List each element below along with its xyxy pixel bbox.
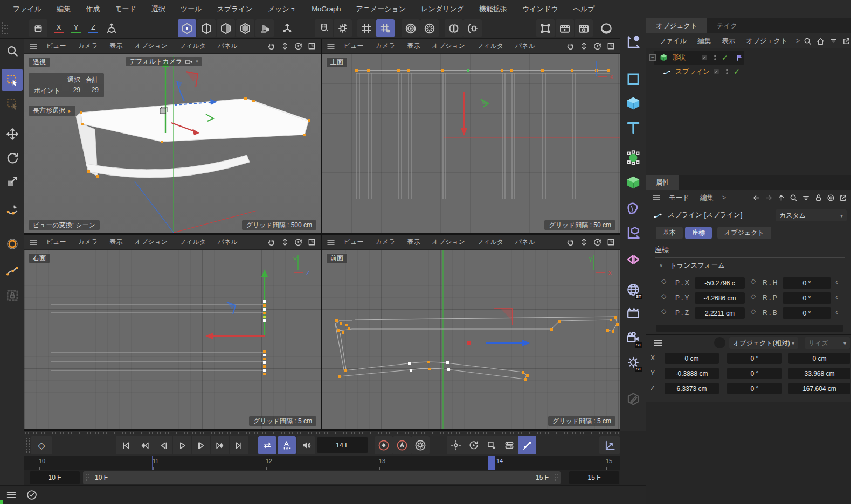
hamburger-icon[interactable]	[326, 41, 336, 51]
tab-attributes[interactable]: 属性	[646, 175, 679, 190]
vp-menu-options[interactable]: オプション	[426, 41, 471, 51]
lock-icon[interactable]	[814, 193, 823, 202]
vp-menu-view[interactable]: ビュー	[338, 41, 370, 51]
render-settings-button[interactable]	[575, 19, 593, 37]
dolly-icon[interactable]	[280, 41, 289, 51]
quantize-button[interactable]	[376, 19, 395, 37]
mode-polygons-button[interactable]	[217, 19, 235, 37]
camera-object-button[interactable]: ST	[622, 327, 644, 349]
range-grip-right[interactable]	[554, 473, 558, 482]
rp-field[interactable]: 0 °	[783, 292, 831, 304]
spline-asset-button[interactable]	[622, 31, 644, 54]
orbit-icon[interactable]	[294, 237, 303, 247]
tab-object[interactable]: オブジェクト	[717, 227, 771, 239]
vp-menu-panel[interactable]: パネル	[509, 237, 541, 247]
rectangle-selection-tool[interactable]	[2, 69, 23, 91]
grid-button[interactable]	[357, 19, 376, 37]
viewport-label[interactable]: 前面	[326, 253, 348, 263]
coordinate-system-button[interactable]	[102, 19, 121, 37]
snap-settings-button[interactable]	[334, 19, 352, 37]
orbit-icon[interactable]	[294, 41, 303, 51]
dolly-icon[interactable]	[280, 237, 289, 247]
enabled-check-icon[interactable]: ✓	[734, 67, 740, 76]
range-end-field[interactable]: 15 F	[569, 471, 619, 484]
object-tree[interactable]: − 形状 ✓ スプライン ✓	[646, 48, 851, 175]
menu-file[interactable]: ファイル	[5, 0, 49, 18]
next-frame-button[interactable]	[192, 436, 210, 454]
scale-tool[interactable]	[2, 170, 23, 192]
edit-toggle-icon[interactable]	[700, 53, 709, 62]
menu-mesh[interactable]: メッシュ	[260, 0, 304, 18]
key-pla-button[interactable]	[518, 436, 536, 454]
back-arrow-icon[interactable]	[752, 193, 761, 202]
vp-menu-panel[interactable]: パネル	[509, 41, 541, 51]
om-menu-file[interactable]: ファイル	[654, 37, 692, 46]
dolly-icon[interactable]	[579, 237, 589, 247]
up-arrow-icon[interactable]	[777, 193, 786, 202]
coord-mode-dropdown[interactable]: オブジェクト(相対) ▾	[729, 337, 798, 349]
axis-gizmo[interactable]	[461, 92, 488, 136]
undo-stack-button[interactable]	[29, 19, 47, 37]
filter-icon[interactable]	[829, 37, 838, 46]
vp-menu-display[interactable]: 表示	[401, 41, 426, 51]
key-scale-button[interactable]	[482, 436, 501, 454]
right-canvas[interactable]: Y Z 右面 グリッド間隔 : 5 cm	[24, 250, 321, 429]
spinner-icon[interactable]: ‹	[835, 307, 838, 316]
rectangle-spline-button[interactable]	[622, 68, 644, 90]
prev-frame-button[interactable]	[154, 436, 172, 454]
menu-overflow-icon[interactable]: >	[719, 194, 729, 201]
viewport-front[interactable]: ビュー カメラ 表示 オプション フィルタ パネル	[322, 235, 620, 429]
keyframe-diamond-icon[interactable]: ◇	[751, 307, 756, 315]
menu-edit[interactable]: 編集	[49, 0, 78, 18]
workplane-object-button[interactable]	[622, 222, 644, 244]
vp-menu-filter[interactable]: フィルタ	[471, 41, 509, 51]
object-row-shape[interactable]: − 形状 ✓	[646, 51, 851, 65]
am-menu-mode[interactable]: モード	[663, 193, 695, 202]
vp-menu-camera[interactable]: カメラ	[72, 41, 104, 51]
pan-hand-icon[interactable]	[267, 41, 276, 51]
extrude-generator-button[interactable]	[622, 171, 644, 194]
tab-basic[interactable]: 基本	[656, 227, 683, 239]
menu-animation[interactable]: アニメーション	[348, 0, 413, 18]
coord-y-pos[interactable]: -0.3888 cm	[665, 368, 719, 379]
mode-model-button[interactable]	[236, 19, 254, 37]
loop-mode-button[interactable]	[258, 436, 276, 454]
vp-menu-view[interactable]: ビュー	[338, 237, 370, 247]
tab-takes[interactable]: テイク	[707, 18, 747, 33]
search-icon[interactable]	[789, 193, 798, 202]
toolbar-grip[interactable]	[1, 22, 8, 36]
om-menu-edit[interactable]: 編集	[692, 37, 716, 46]
goto-start-button[interactable]	[116, 436, 135, 454]
cube-primitive-button[interactable]	[622, 92, 644, 115]
enabled-check-icon[interactable]: ✓	[722, 53, 728, 62]
top-canvas[interactable]: X 上面 グリッド間隔 : 50 cm	[322, 54, 620, 233]
timeline-grip[interactable]	[25, 437, 30, 453]
maximize-view-icon[interactable]	[606, 41, 615, 51]
keyframe-diamond-icon[interactable]: ◇	[751, 277, 756, 285]
viewport-perspective[interactable]: ビュー カメラ 表示 オプション フィルタ パネル	[24, 39, 321, 233]
pz-field[interactable]: 2.2211 cm	[695, 307, 745, 319]
vp-menu-view[interactable]: ビュー	[40, 41, 72, 51]
range-start-field[interactable]: 10 F	[30, 471, 80, 484]
hamburger-icon[interactable]	[29, 41, 38, 51]
maximize-view-icon[interactable]	[606, 237, 615, 247]
am-menu-edit[interactable]: 編集	[695, 193, 719, 202]
preset-dropdown[interactable]: カスタム ▾	[776, 209, 847, 221]
coord-x-scale[interactable]: 0 cm	[788, 353, 850, 364]
hamburger-icon[interactable]	[652, 193, 661, 202]
visibility-dots-icon[interactable]	[723, 67, 731, 76]
range-grip-left[interactable]	[85, 473, 89, 482]
coord-x-rot[interactable]: 0 °	[727, 353, 782, 364]
vp-menu-display[interactable]: 表示	[103, 41, 128, 51]
subdivision-surface-button[interactable]	[622, 146, 644, 169]
mode-edges-button[interactable]	[197, 19, 216, 37]
front-canvas[interactable]: Y X 前面 グリッド間隔 : 5 cm	[322, 250, 620, 429]
viewport-top[interactable]: ビュー カメラ 表示 オプション フィルタ パネル	[322, 39, 620, 233]
menu-spline[interactable]: スプライン	[209, 0, 260, 18]
open-timeline-button[interactable]	[599, 436, 620, 454]
search-icon[interactable]	[803, 37, 812, 46]
coord-z-scale[interactable]: 167.604 cm	[788, 383, 850, 394]
coord-y-rot[interactable]: 0 °	[727, 368, 782, 379]
px-field[interactable]: -50.2796 c	[695, 277, 745, 289]
apply-dot[interactable]	[714, 337, 725, 348]
